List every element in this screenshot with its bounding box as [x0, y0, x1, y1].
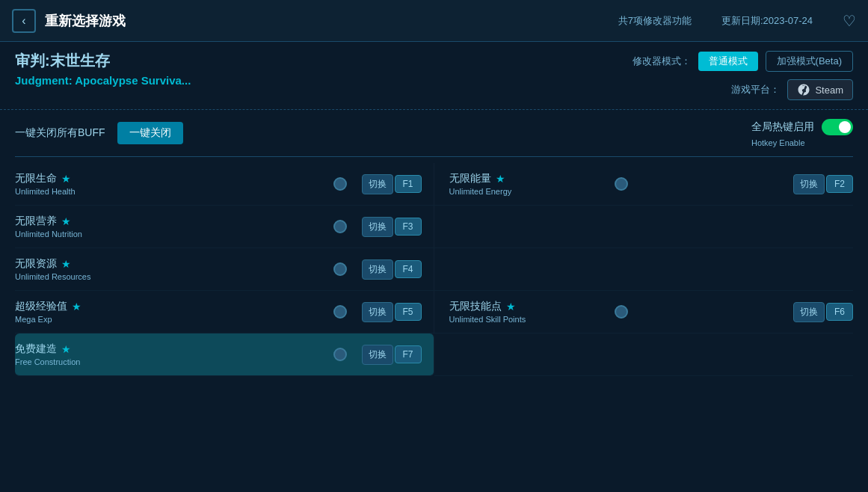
- hotkey-enable-row: 全局热键启用: [751, 119, 853, 135]
- modifier-name-en: Mega Exp: [15, 315, 318, 324]
- switch-button[interactable]: 切换: [362, 174, 393, 194]
- star-icon: ★: [61, 258, 71, 270]
- game-meta-right: 修改器模式： 普通模式 加强模式(Beta) 游戏平台： Steam: [632, 51, 853, 100]
- switch-button[interactable]: 切换: [362, 345, 393, 365]
- modifier-unlimited-nutrition: 无限营养 ★ Unlimited Nutrition 切换 F3: [15, 206, 434, 248]
- modifier-row-empty-3: [434, 248, 854, 291]
- modifier-name-en: Free Construction: [15, 357, 318, 366]
- switch-button[interactable]: 切换: [362, 302, 393, 322]
- mode-label: 修改器模式：: [632, 55, 691, 68]
- mode-beta-button[interactable]: 加强模式(Beta): [766, 51, 853, 72]
- hotkey-header: 一键关闭所有BUFF 一键关闭 全局热键启用 Hotkey Enable: [15, 110, 853, 157]
- circle-toggle[interactable]: [615, 177, 628, 191]
- game-title-en: Judgment: Apocalypse Surviva...: [15, 74, 191, 87]
- star-icon: ★: [72, 301, 81, 313]
- modifier-free-construction: 免费建造 ★ Free Construction 切换 F7: [15, 333, 434, 376]
- top-bar: ‹ 重新选择游戏 共7项修改器功能 更新日期:2023-07-24 ♡: [0, 0, 868, 42]
- one-key-close-button[interactable]: 一键关闭: [117, 122, 183, 144]
- modifier-row-empty-5: [434, 333, 854, 376]
- hotkey-enable-en: Hotkey Enable: [751, 138, 805, 147]
- feature-count: 共7项修改器功能: [618, 14, 692, 28]
- hotkey-combo: 切换 F3: [362, 217, 422, 237]
- modifier-row-empty-2: [434, 206, 854, 248]
- content-area: 一键关闭所有BUFF 一键关闭 全局热键启用 Hotkey Enable 无限生…: [0, 110, 868, 391]
- update-date: 更新日期:2023-07-24: [721, 14, 813, 28]
- modifier-info: 免费建造 ★ Free Construction: [15, 342, 318, 366]
- steam-icon: [797, 83, 810, 96]
- modifier-info: 无限生命 ★ Unlimited Health: [15, 172, 318, 196]
- modifier-name-cn: 无限技能点 ★: [449, 300, 600, 313]
- modifier-unlimited-health: 无限生命 ★ Unlimited Health 切换 F1: [15, 163, 434, 206]
- hotkey-toggle[interactable]: [822, 119, 853, 135]
- modifier-name-en: Unlimited Health: [15, 187, 318, 196]
- switch-button[interactable]: 切换: [362, 259, 393, 280]
- hotkey-combo: 切换 F2: [793, 174, 853, 194]
- hotkey-enable-section: 全局热键启用 Hotkey Enable: [751, 119, 853, 147]
- circle-toggle[interactable]: [333, 177, 347, 191]
- star-icon: ★: [61, 215, 71, 227]
- modifier-name-cn: 免费建造 ★: [15, 342, 318, 356]
- circle-toggle[interactable]: [333, 305, 347, 319]
- key-badge: F1: [395, 175, 422, 193]
- hotkey-combo: 切换 F5: [362, 302, 422, 322]
- key-badge: F2: [826, 175, 853, 193]
- star-icon: ★: [61, 343, 71, 355]
- modifier-name-en: Unlimited Resources: [15, 272, 318, 281]
- modifier-name-en: Unlimited Skill Points: [449, 315, 600, 324]
- switch-button[interactable]: 切换: [362, 217, 393, 237]
- hotkey-combo: 切换 F7: [362, 345, 422, 365]
- hotkey-enable-cn: 全局热键启用: [751, 120, 814, 134]
- key-badge: F6: [826, 303, 853, 321]
- game-title-block: 审判:末世生存 Judgment: Apocalypse Surviva...: [15, 51, 191, 87]
- key-badge: F5: [395, 303, 422, 321]
- star-icon: ★: [496, 173, 505, 185]
- modifier-name-cn: 无限生命 ★: [15, 172, 318, 185]
- circle-toggle[interactable]: [333, 348, 347, 361]
- modifier-info: 无限能量 ★ Unlimited Energy: [449, 172, 600, 196]
- circle-toggle[interactable]: [615, 305, 628, 319]
- key-badge: F7: [395, 345, 422, 363]
- platform-section: 游戏平台： Steam: [731, 79, 853, 100]
- modifier-name-en: Unlimited Nutrition: [15, 230, 318, 239]
- game-info-section: 审判:末世生存 Judgment: Apocalypse Surviva... …: [0, 42, 868, 110]
- game-title-cn: 审判:末世生存: [15, 51, 191, 71]
- key-badge: F4: [395, 260, 422, 278]
- platform-name: Steam: [815, 84, 843, 96]
- hotkey-combo: 切换 F1: [362, 174, 422, 194]
- top-bar-meta: 共7项修改器功能 更新日期:2023-07-24 ♡: [618, 12, 856, 30]
- modifier-info: 无限技能点 ★ Unlimited Skill Points: [449, 300, 600, 324]
- modifier-info: 无限资源 ★ Unlimited Resources: [15, 257, 318, 281]
- steam-badge: Steam: [787, 79, 853, 100]
- star-icon: ★: [506, 301, 516, 313]
- favorite-icon[interactable]: ♡: [843, 12, 856, 30]
- switch-button[interactable]: 切换: [793, 174, 825, 194]
- circle-toggle[interactable]: [333, 262, 347, 276]
- one-key-close-label: 一键关闭所有BUFF: [15, 126, 105, 140]
- key-badge: F3: [395, 218, 422, 236]
- back-button[interactable]: ‹: [12, 9, 36, 33]
- hotkey-combo: 切换 F4: [362, 259, 422, 280]
- mode-normal-button[interactable]: 普通模式: [698, 52, 758, 71]
- modifier-info: 无限营养 ★ Unlimited Nutrition: [15, 215, 318, 239]
- modifiers-grid: 无限生命 ★ Unlimited Health 切换 F1 无限能量 ★ Unl…: [15, 163, 853, 376]
- hotkey-combo: 切换 F6: [793, 302, 853, 322]
- mode-section: 修改器模式： 普通模式 加强模式(Beta): [632, 51, 853, 72]
- modifier-name-cn: 无限资源 ★: [15, 257, 318, 271]
- modifier-name-cn: 无限能量 ★: [449, 172, 600, 185]
- star-icon: ★: [61, 173, 71, 185]
- modifier-unlimited-resources: 无限资源 ★ Unlimited Resources 切换 F4: [15, 248, 434, 291]
- circle-toggle[interactable]: [333, 220, 347, 233]
- switch-button[interactable]: 切换: [793, 302, 825, 322]
- platform-label: 游戏平台：: [731, 83, 780, 96]
- modifier-name-cn: 无限营养 ★: [15, 215, 318, 228]
- page-title: 重新选择游戏: [45, 12, 618, 30]
- modifier-name-en: Unlimited Energy: [449, 187, 600, 196]
- modifier-unlimited-energy: 无限能量 ★ Unlimited Energy 切换 F2: [434, 163, 854, 206]
- modifier-info: 超级经验值 ★ Mega Exp: [15, 300, 318, 324]
- modifier-name-cn: 超级经验值 ★: [15, 300, 318, 313]
- modifier-unlimited-skill-points: 无限技能点 ★ Unlimited Skill Points 切换 F6: [434, 291, 854, 333]
- modifier-mega-exp: 超级经验值 ★ Mega Exp 切换 F5: [15, 291, 434, 333]
